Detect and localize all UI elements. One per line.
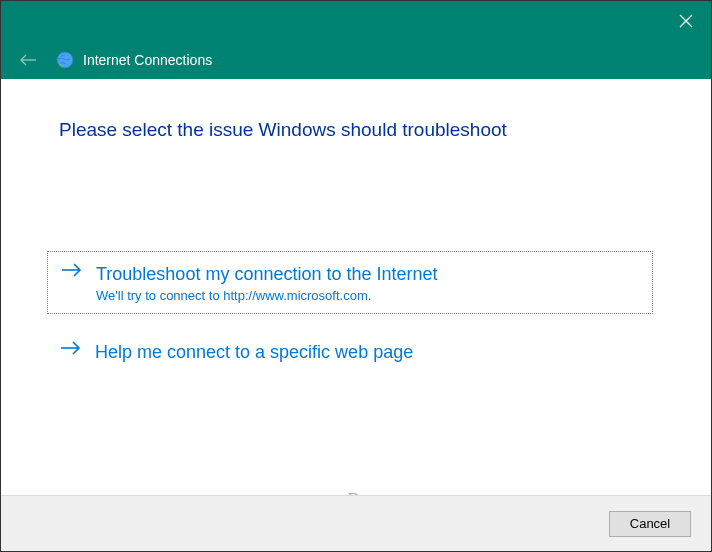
close-button[interactable] [661,1,711,41]
option-description: We'll try to connect to http://www.micro… [96,288,640,303]
option-title: Help me connect to a specific web page [95,340,641,364]
footer-bar: Cancel [1,495,711,551]
instruction-text: Please select the issue Windows should t… [59,119,653,141]
arrow-right-icon [59,340,83,356]
option-text: Troubleshoot my connection to the Intern… [96,262,640,303]
titlebar [1,1,711,41]
cancel-button[interactable]: Cancel [609,511,691,537]
option-title: Troubleshoot my connection to the Intern… [96,262,640,286]
header-bar: Internet Connections [1,41,711,79]
back-button[interactable] [17,49,39,71]
arrow-right-icon [60,262,84,278]
option-text: Help me connect to a specific web page [95,340,641,364]
back-arrow-icon [19,53,37,67]
header-title: Internet Connections [83,52,212,68]
close-icon [679,14,693,28]
option-specific-webpage[interactable]: Help me connect to a specific web page [47,330,653,374]
option-troubleshoot-internet[interactable]: Troubleshoot my connection to the Intern… [47,251,653,314]
content-area: Please select the issue Windows should t… [1,79,711,495]
svg-point-3 [57,52,73,68]
globe-icon [55,50,75,70]
